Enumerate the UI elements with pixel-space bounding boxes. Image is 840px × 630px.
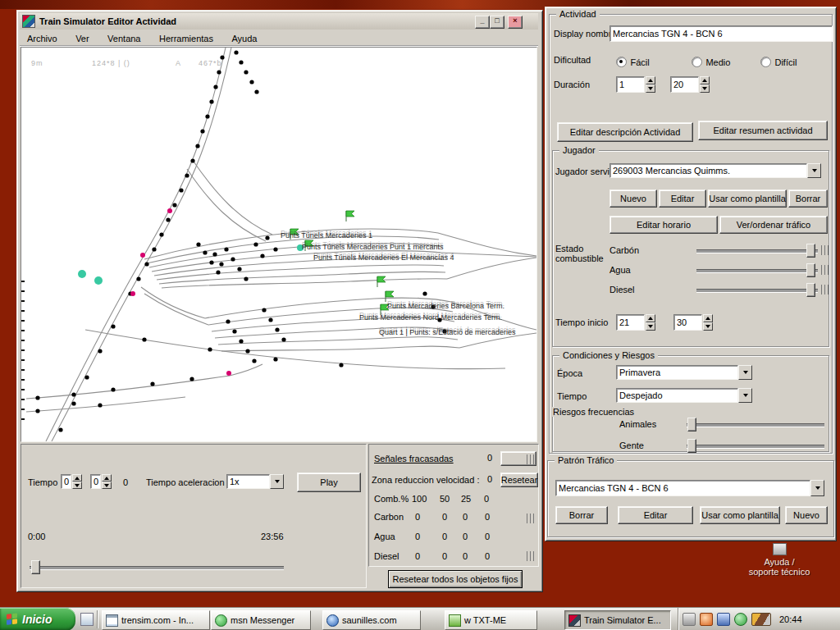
patron-editar-button[interactable]: Editar (618, 506, 693, 524)
zona-reset-button[interactable]: Resetear (500, 472, 538, 487)
patron-borrar-button[interactable]: Borrar (555, 506, 608, 524)
flag-markers[interactable] (290, 211, 394, 315)
accel-select[interactable]: 1x (226, 474, 284, 489)
menu-ver[interactable]: Ver (68, 32, 97, 46)
animales-slider-thumb[interactable] (687, 418, 696, 431)
fuel-row-label: Diesel (374, 551, 399, 561)
diesel-slider-ticks (821, 285, 829, 294)
taskbar: Inicio trensim.com - In... msn Messenger… (0, 607, 840, 630)
agua-slider-track[interactable] (696, 269, 818, 273)
editar-button[interactable]: Editar (659, 189, 706, 208)
tiempo-inicio-minutes-spinner[interactable]: 30 (673, 314, 713, 331)
tray-media-icon[interactable] (751, 613, 771, 626)
carbon-slider-thumb[interactable] (806, 244, 815, 258)
text-file-icon (449, 614, 461, 627)
task-button-txt[interactable]: w TXT-ME (445, 610, 537, 630)
jugador-group-label: Jugador (559, 145, 599, 155)
task-button-messenger[interactable]: msn Messenger (211, 610, 311, 630)
display-nombre-input[interactable]: Mercancias TGN 4 - BCN 6 (609, 25, 833, 42)
tray-messenger-icon[interactable] (734, 613, 747, 626)
senales-label: Señales fracasadas (374, 454, 454, 463)
fuel-cell: 0 (485, 532, 490, 541)
route-map-viewport[interactable]: 9m 124*8 | () A 467*b (21, 47, 537, 442)
reset-all-objects-button[interactable]: Resetear todos los objetos fijos (388, 570, 523, 588)
radio-facil[interactable]: Fácil (616, 54, 650, 69)
dificultad-label: Dificultad (554, 55, 591, 65)
diesel-slider-thumb[interactable] (806, 283, 815, 297)
close-button[interactable]: × (508, 16, 523, 29)
globe-icon (326, 614, 339, 627)
radio-medio[interactable]: Medio (692, 54, 730, 69)
agua-slider-ticks (821, 265, 829, 275)
tray-shield-icon[interactable] (700, 613, 713, 626)
editar-horario-button[interactable]: Editar horario (609, 216, 718, 234)
editar-descripcion-button[interactable]: Editar descripción Actividad (557, 122, 693, 142)
fuel-cell: 0 (485, 512, 490, 522)
gente-slider-thumb[interactable] (687, 439, 696, 453)
diesel-slider-track[interactable] (696, 289, 818, 293)
window-titlebar[interactable]: Train Simulator Editor Actividad _ □ × (20, 13, 538, 30)
menu-ventana[interactable]: Ventana (100, 32, 148, 46)
map-waypoint-label: Punts Túnels Mercaderies El Mercancías 4 (313, 253, 454, 262)
patron-trafico-select[interactable]: Mercancias TGN 4 - BCN 6 (555, 480, 824, 496)
tiempo-inicio-hours-spinner[interactable]: 21 (616, 314, 655, 331)
play-button[interactable]: Play (297, 472, 361, 492)
time-minutes-spinner[interactable]: 0 (90, 474, 112, 489)
epoca-select[interactable]: Primavera (616, 365, 752, 380)
panel-grip (527, 514, 534, 523)
jugador-servicio-select[interactable]: 269003 Mercancias Quimms. (609, 163, 821, 178)
usar-plantilla-button[interactable]: Usar como plantilla (708, 189, 787, 208)
menu-archivo[interactable]: Archivo (20, 32, 65, 46)
timeline-slider-thumb[interactable] (31, 560, 40, 574)
map-waypoint-label: Punts Mercaderies Nord Mercaderies Term. (359, 313, 502, 322)
tray-network-icon[interactable] (717, 613, 730, 626)
help-label-line2: soporte técnico (722, 567, 837, 577)
menu-herramientas[interactable]: Herramientas (152, 32, 221, 46)
menu-ayuda[interactable]: Ayuda (224, 32, 264, 46)
maximize-button[interactable]: □ (490, 16, 504, 29)
window-title: Train Simulator Editor Actividad (39, 16, 176, 26)
timeline-slider-track[interactable] (30, 566, 284, 570)
animales-slider-track[interactable] (687, 423, 824, 427)
map-waypoint-label: Punts Túnels Mercaderies 1 (281, 231, 372, 240)
desktop-icon-ayuda-soporte[interactable]: Ayuda / soporte técnico (722, 543, 837, 577)
carbon-slider-track[interactable] (696, 249, 818, 253)
task-button-browser-2[interactable]: saunilles.com (322, 610, 421, 630)
comb-header-label: Comb.% (374, 494, 409, 504)
display-nombre-label: Display nombre (554, 29, 616, 39)
fuel-cell: 0 (442, 551, 447, 561)
activity-panel: Actividad Display nombre Mercancias TGN … (545, 7, 837, 541)
patron-nuevo-button[interactable]: Nuevo (785, 506, 828, 524)
editar-resumen-button[interactable]: Editar resumen actividad (698, 121, 828, 140)
tray-volume-icon[interactable] (682, 613, 696, 626)
agua-slider-thumb[interactable] (806, 263, 815, 277)
borrar-button[interactable]: Borrar (788, 189, 828, 208)
fuel-cell: 0 (415, 551, 420, 561)
map-waypoint-label: Punts Mercaderies Barcelona Term. (387, 302, 504, 310)
ver-ordenar-trafico-button[interactable]: Ver/ordenar tráfico (719, 216, 828, 234)
start-button[interactable]: Inicio (0, 608, 75, 630)
duracion-minutes-spinner[interactable]: 20 (670, 76, 710, 93)
riesgo-animales-label: Animales (619, 419, 656, 429)
start-label: Inicio (22, 613, 52, 626)
task-button-browser-1[interactable]: trensim.com - In... (102, 610, 210, 630)
map-waypoint-label: Quart 1 | Punts: s/Estació de mercaderie… (379, 328, 515, 336)
tray-clock[interactable]: 20:44 (779, 614, 802, 624)
playback-panel: Tiempo 0 0 0 Tiempo aceleracion 1x Play … (21, 444, 367, 588)
fuel-cell: 0 (442, 532, 447, 541)
task-button-train-simulator[interactable]: Train Simulator E... (564, 610, 671, 630)
gente-slider-track[interactable] (687, 445, 824, 449)
duracion-hours-spinner[interactable]: 1 (616, 76, 655, 93)
quicklaunch-icon[interactable] (80, 613, 94, 626)
nuevo-button[interactable]: Nuevo (609, 189, 657, 208)
time-hours-spinner[interactable]: 0 (61, 474, 82, 489)
radio-dificil[interactable]: Difícil (760, 54, 797, 69)
tiempo-clima-select[interactable]: Despejado (616, 388, 752, 403)
map-waypoint-label: Punts Túnels Mercaderies Punt 1 mercants (302, 243, 443, 251)
actividad-group-label: Actividad (556, 9, 600, 19)
main-window: Train Simulator Editor Actividad _ □ × A… (16, 10, 543, 592)
patron-usar-plantilla-button[interactable]: Usar como plantilla (700, 506, 780, 524)
panel-grip (527, 454, 534, 464)
track-nodes (35, 50, 446, 431)
minimize-button[interactable]: _ (475, 16, 490, 29)
